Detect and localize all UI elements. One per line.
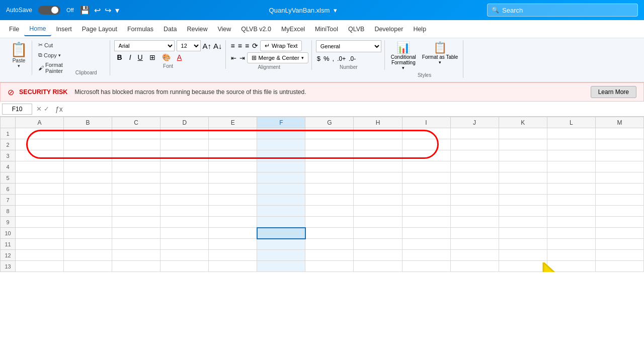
cell[interactable] — [112, 250, 160, 261]
indent-more-icon[interactable]: ⇥ — [238, 53, 246, 63]
cell[interactable] — [402, 128, 450, 139]
decrease-decimal-icon[interactable]: .0- — [348, 54, 357, 63]
cell[interactable] — [64, 128, 112, 139]
cell[interactable] — [257, 172, 305, 184]
cell[interactable] — [209, 172, 257, 184]
cell[interactable] — [160, 150, 209, 161]
italic-button[interactable]: I — [127, 53, 134, 62]
font-color-button[interactable]: A — [175, 53, 184, 62]
cell[interactable] — [112, 128, 160, 139]
cancel-formula-icon[interactable]: ✕ — [36, 105, 42, 113]
cell[interactable] — [402, 139, 450, 150]
cell[interactable] — [595, 184, 643, 195]
menu-view[interactable]: View — [212, 23, 236, 36]
cell[interactable] — [499, 172, 547, 184]
cell[interactable] — [257, 128, 305, 139]
cell[interactable] — [112, 172, 160, 184]
cell[interactable] — [64, 206, 112, 217]
cell[interactable] — [209, 228, 257, 239]
cell[interactable] — [450, 139, 499, 150]
cell[interactable] — [209, 206, 257, 217]
cell[interactable] — [305, 161, 354, 172]
font-shrink-icon[interactable]: A↓ — [213, 42, 222, 50]
cell[interactable] — [16, 261, 64, 272]
menu-review[interactable]: Review — [182, 23, 212, 36]
border-button[interactable]: ⊞ — [147, 53, 158, 62]
cell[interactable] — [112, 150, 160, 161]
cell[interactable] — [209, 261, 257, 272]
col-header-d[interactable]: D — [160, 117, 209, 128]
cell[interactable] — [354, 206, 402, 217]
increase-decimal-icon[interactable]: .0+ — [336, 54, 347, 63]
col-header-k[interactable]: K — [499, 117, 547, 128]
cell[interactable] — [64, 161, 112, 172]
formula-input[interactable] — [67, 105, 642, 113]
cell[interactable] — [595, 239, 643, 250]
cell[interactable] — [64, 150, 112, 161]
cell[interactable] — [499, 261, 547, 272]
cell[interactable] — [209, 161, 257, 172]
font-family-select[interactable]: Arial — [114, 40, 175, 51]
cell[interactable] — [450, 239, 499, 250]
cell[interactable] — [402, 161, 450, 172]
cell[interactable] — [112, 161, 160, 172]
format-table-chevron[interactable]: ▾ — [439, 60, 441, 65]
merge-center-button[interactable]: ⊞ Merge & Center ▾ — [247, 52, 308, 63]
col-header-l[interactable]: L — [547, 117, 595, 128]
col-header-h[interactable]: H — [354, 117, 402, 128]
cell[interactable] — [354, 261, 402, 272]
cell[interactable] — [305, 261, 354, 272]
cell[interactable] — [209, 139, 257, 150]
copy-chevron[interactable]: ▾ — [58, 53, 61, 58]
cell[interactable] — [64, 184, 112, 195]
cell[interactable] — [547, 206, 595, 217]
undo-icon[interactable]: ↩ — [94, 6, 101, 15]
cell[interactable] — [305, 239, 354, 250]
wrap-text-button[interactable]: ↵ Wrap Text — [260, 40, 302, 51]
menu-developer[interactable]: Developer — [369, 23, 408, 36]
cell[interactable] — [547, 150, 595, 161]
cell[interactable] — [354, 150, 402, 161]
cell[interactable] — [160, 172, 209, 184]
cell[interactable] — [305, 172, 354, 184]
currency-icon[interactable]: $ — [316, 54, 321, 63]
cell[interactable] — [257, 161, 305, 172]
cell[interactable] — [160, 239, 209, 250]
cell[interactable] — [209, 150, 257, 161]
col-header-j[interactable]: J — [450, 117, 499, 128]
cell[interactable] — [402, 206, 450, 217]
conditional-formatting-button[interactable]: 📊 ConditionalFormatting ▾ — [389, 40, 418, 71]
cell[interactable] — [16, 217, 64, 228]
cell[interactable] — [499, 128, 547, 139]
menu-myexcel[interactable]: MyExcel — [276, 23, 310, 36]
cell[interactable] — [160, 139, 209, 150]
cell[interactable] — [112, 239, 160, 250]
cell[interactable] — [354, 217, 402, 228]
cell[interactable] — [499, 217, 547, 228]
cell[interactable] — [305, 206, 354, 217]
cell[interactable] — [305, 139, 354, 150]
cell[interactable] — [402, 261, 450, 272]
cell[interactable] — [547, 261, 595, 272]
cell[interactable] — [64, 250, 112, 261]
cell[interactable] — [209, 184, 257, 195]
merge-chevron[interactable]: ▾ — [301, 55, 304, 60]
align-right-icon[interactable]: ≡ — [244, 41, 250, 51]
indent-less-icon[interactable]: ⇤ — [230, 53, 237, 63]
menu-insert[interactable]: Insert — [51, 23, 77, 36]
cell[interactable] — [112, 139, 160, 150]
percent-icon[interactable]: % — [323, 54, 331, 63]
cell[interactable] — [499, 228, 547, 239]
menu-qlvb-v2[interactable]: QLVB v2.0 — [236, 23, 276, 36]
cell[interactable] — [450, 161, 499, 172]
cell[interactable] — [547, 139, 595, 150]
cell[interactable] — [450, 261, 499, 272]
cell[interactable] — [354, 161, 402, 172]
cell[interactable] — [305, 250, 354, 261]
cell[interactable] — [402, 250, 450, 261]
cell[interactable] — [305, 150, 354, 161]
cell[interactable] — [257, 195, 305, 206]
menu-qlvb[interactable]: QLVB — [343, 23, 369, 36]
cell[interactable] — [595, 261, 643, 272]
cell[interactable] — [450, 250, 499, 261]
